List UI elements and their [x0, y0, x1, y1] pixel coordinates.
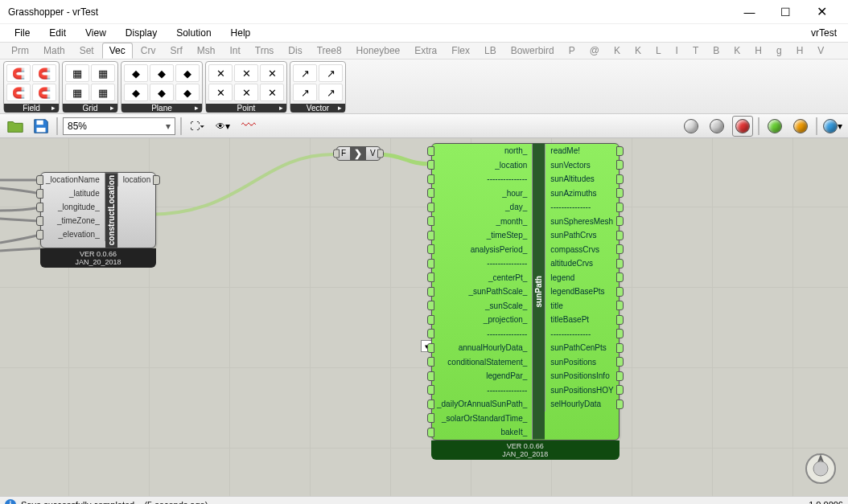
plane-tool-1[interactable]: ◆	[124, 64, 148, 82]
tab-flex[interactable]: Flex	[445, 43, 476, 58]
output-port[interactable]: altitudeCrvs	[545, 256, 618, 271]
tab-vec[interactable]: Vec	[102, 43, 133, 59]
vector-tool-4[interactable]: ↗	[319, 84, 343, 101]
output-port[interactable]: sunSpheresMesh	[545, 215, 618, 229]
input-port[interactable]: _location	[432, 158, 533, 173]
input-port[interactable]: _hour_	[432, 186, 533, 201]
input-port[interactable]: _timeZone_	[41, 214, 105, 227]
menu-file[interactable]: File	[6, 26, 38, 40]
input-port[interactable]: _centerPt_	[432, 271, 533, 285]
tab-t[interactable]: T	[686, 43, 705, 58]
field-tool-2[interactable]: 🧲	[6, 84, 31, 101]
tab-prm[interactable]: Prm	[5, 43, 35, 58]
input-port[interactable]: ---------------	[432, 383, 533, 398]
plane-tool-6[interactable]: ◆	[175, 84, 200, 101]
node-sunpath[interactable]: north__location---------------_hour__day…	[431, 143, 620, 460]
point-tool-3[interactable]: ✕	[234, 64, 258, 82]
tab-math[interactable]: Math	[37, 43, 72, 58]
point-tool-6[interactable]: ✕	[260, 84, 284, 101]
save-button[interactable]	[31, 116, 51, 137]
tab-g[interactable]: g	[770, 43, 788, 58]
point-tool-5[interactable]: ✕	[260, 64, 284, 82]
shade-orange-button[interactable]	[790, 116, 811, 137]
menu-solution[interactable]: Solution	[168, 26, 219, 40]
tab-extra[interactable]: Extra	[408, 43, 443, 58]
point-tool-4[interactable]: ✕	[234, 84, 258, 101]
plane-tool-4[interactable]: ◆	[150, 84, 174, 101]
output-port[interactable]: sunAltitudes	[545, 172, 618, 186]
open-button[interactable]	[5, 116, 26, 137]
vector-tool-1[interactable]: ↗	[293, 64, 317, 82]
input-port[interactable]: bakeIt_	[432, 425, 533, 440]
input-port[interactable]: _longitude_	[41, 200, 105, 214]
menu-help[interactable]: Help	[223, 26, 259, 40]
input-port[interactable]: annualHourlyData_	[432, 341, 533, 355]
input-port[interactable]: analysisPeriod_	[432, 243, 533, 257]
input-port[interactable]: ---------------	[432, 327, 533, 342]
grid-tool-3[interactable]: ▦	[91, 64, 115, 82]
field-tool-4[interactable]: 🧲	[32, 84, 56, 101]
output-port[interactable]: title	[545, 299, 618, 313]
input-port[interactable]: _latitude	[41, 186, 105, 200]
node-relay[interactable]: F ❯ V	[336, 146, 381, 161]
output-port[interactable]: readMe!	[545, 144, 618, 158]
maximize-button[interactable]: ☐	[768, 0, 804, 24]
output-port[interactable]: legend	[545, 271, 618, 285]
output-port[interactable]: sunAzimuths	[545, 186, 618, 201]
relay-out[interactable]: V	[366, 147, 380, 160]
grid-tool-4[interactable]: ▦	[91, 84, 115, 101]
zoom-combo[interactable]: 85%	[63, 117, 175, 135]
tab-at[interactable]: @	[583, 43, 606, 58]
tab-b[interactable]: B	[706, 43, 726, 58]
vector-tool-2[interactable]: ↗	[293, 84, 317, 101]
output-port[interactable]: sunPositionsInfo	[545, 369, 618, 383]
tab-set[interactable]: Set	[73, 43, 101, 58]
menu-display[interactable]: Display	[117, 26, 165, 40]
canvas[interactable]: _locationName_latitude_longitude__timeZo…	[0, 138, 848, 496]
input-port[interactable]: ---------------	[432, 256, 533, 271]
input-port[interactable]: _solarOrStandardTime_	[432, 412, 533, 426]
plane-tool-2[interactable]: ◆	[124, 84, 148, 101]
tab-honeybee[interactable]: Honeybee	[350, 43, 407, 58]
input-port[interactable]: _dailyOrAnnualSunPath_	[432, 397, 533, 412]
field-tool-3[interactable]: 🧲	[32, 64, 56, 82]
zoom-extents-button[interactable]: ⛶▾	[187, 116, 208, 137]
input-port[interactable]: _sunScale_	[432, 299, 533, 313]
output-port[interactable]: sunPositions	[545, 355, 618, 370]
tab-trns[interactable]: Trns	[249, 43, 281, 58]
input-port[interactable]: _projection_	[432, 313, 533, 327]
input-port[interactable]: _timeStep_	[432, 228, 533, 243]
menu-view[interactable]: View	[77, 26, 114, 40]
tab-i[interactable]: I	[669, 43, 685, 58]
shade-blue-button[interactable]: ▾	[822, 116, 843, 137]
output-port[interactable]: ---------------	[545, 327, 618, 342]
output-port[interactable]: sunPathCrvs	[545, 228, 618, 243]
tab-msh[interactable]: Msh	[191, 43, 222, 58]
input-port[interactable]: _locationName	[41, 173, 105, 186]
close-button[interactable]: ✕	[804, 0, 840, 24]
output-port[interactable]: location	[117, 173, 155, 186]
tab-tree8[interactable]: Tree8	[311, 43, 348, 58]
grid-tool-1[interactable]: ▦	[65, 64, 89, 82]
output-port[interactable]: ---------------	[545, 200, 618, 215]
relay-in[interactable]: F	[337, 147, 350, 160]
tab-lb[interactable]: LB	[478, 43, 503, 58]
output-port[interactable]: compassCrvs	[545, 243, 618, 257]
compass-icon[interactable]	[803, 451, 838, 486]
output-port[interactable]: sunVectors	[545, 158, 618, 173]
shade-wire-button[interactable]	[706, 116, 727, 137]
input-port[interactable]: ---------------	[432, 172, 533, 186]
plane-tool-3[interactable]: ◆	[150, 64, 174, 82]
field-tool-1[interactable]: 🧲	[6, 64, 31, 82]
tab-v[interactable]: V	[811, 43, 830, 58]
sketch-button[interactable]: 〰	[238, 116, 259, 137]
input-port[interactable]: north_	[432, 144, 533, 158]
output-port[interactable]: legendBasePts	[545, 285, 618, 299]
minimize-button[interactable]: ―	[731, 0, 768, 24]
tab-h1[interactable]: H	[748, 43, 768, 58]
point-tool-2[interactable]: ✕	[208, 84, 233, 101]
tab-srf[interactable]: Srf	[163, 43, 188, 58]
shade-none-button[interactable]	[681, 116, 702, 137]
plane-tool-5[interactable]: ◆	[175, 64, 200, 82]
output-port[interactable]: titleBasePt	[545, 313, 618, 327]
